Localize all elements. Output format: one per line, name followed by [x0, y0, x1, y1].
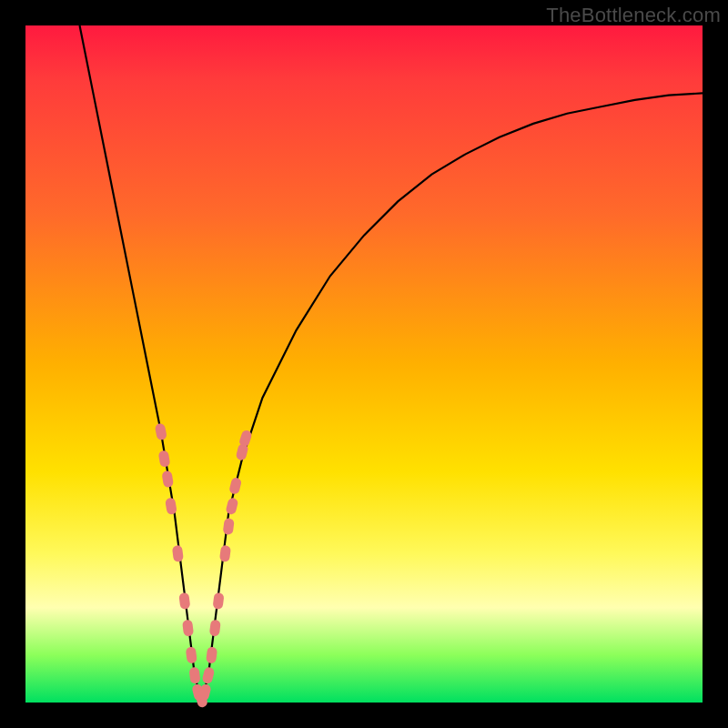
data-point [186, 646, 197, 663]
data-point [158, 450, 171, 468]
data-point-markers [155, 422, 253, 708]
data-point [212, 592, 224, 610]
watermark-text: TheBottleneck.com [546, 4, 721, 27]
plot-area [25, 25, 703, 703]
data-point [219, 545, 231, 562]
data-point [209, 620, 221, 637]
data-point [161, 470, 174, 489]
data-point [225, 497, 238, 515]
data-point [155, 422, 167, 440]
data-point [223, 518, 235, 535]
data-point [182, 620, 194, 637]
chart-frame: TheBottleneck.com [0, 0, 728, 728]
chart-svg [25, 25, 703, 703]
data-point [178, 592, 190, 610]
data-point [165, 497, 177, 515]
data-point [172, 545, 184, 562]
data-point [206, 646, 217, 663]
bottleneck-curve [80, 25, 703, 703]
data-point [201, 666, 215, 684]
data-point [188, 667, 200, 684]
data-point [228, 477, 242, 495]
